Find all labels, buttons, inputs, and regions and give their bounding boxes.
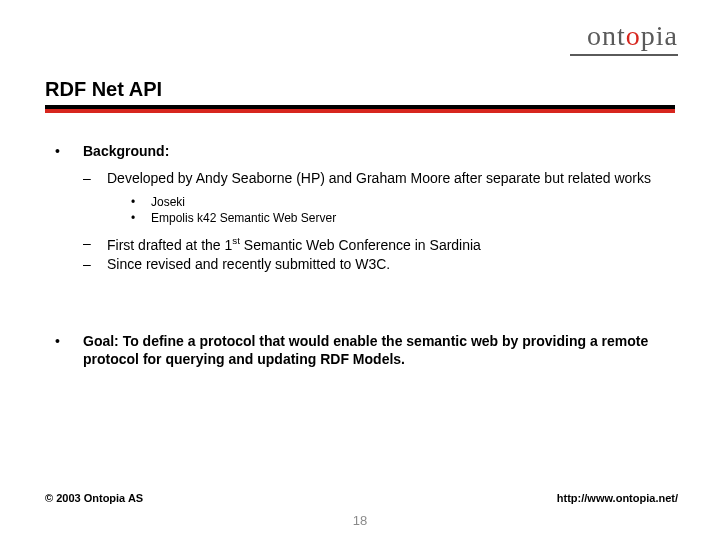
sub2-prefix: First drafted at the 1 xyxy=(107,237,232,253)
dot-bullet: • xyxy=(131,210,151,226)
bullet-dot: • xyxy=(55,332,83,370)
background-subsub-2: Empolis k42 Semantic Web Server xyxy=(151,210,336,226)
footer-url: http://www.ontopia.net/ xyxy=(557,492,678,504)
sub2-suffix: Semantic Web Conference in Sardinia xyxy=(240,237,481,253)
logo-part1: ont xyxy=(587,20,626,51)
logo-accent: o xyxy=(626,20,641,51)
logo: ontopia xyxy=(587,22,678,50)
slide-title: RDF Net API xyxy=(45,78,162,101)
logo-underline xyxy=(570,54,678,56)
page-number: 18 xyxy=(0,513,720,528)
logo-part2: pia xyxy=(641,20,678,51)
dash-bullet: – xyxy=(83,255,107,274)
dash-bullet: – xyxy=(83,234,107,255)
footer-copyright: © 2003 Ontopia AS xyxy=(45,492,143,504)
background-sub-1: Developed by Andy Seaborne (HP) and Grah… xyxy=(107,169,651,188)
background-sub-2: First drafted at the 1st Semantic Web Co… xyxy=(107,234,481,255)
dash-bullet: – xyxy=(83,169,107,188)
rule-red xyxy=(45,109,675,113)
slide-content: • Background: – Developed by Andy Seabor… xyxy=(55,142,675,369)
background-sub-3: Since revised and recently submitted to … xyxy=(107,255,390,274)
bullet-dot: • xyxy=(55,142,83,161)
background-label: Background: xyxy=(83,142,169,161)
background-subsub-1: Joseki xyxy=(151,194,185,210)
sub2-ordinal: st xyxy=(232,235,240,246)
dot-bullet: • xyxy=(131,194,151,210)
goal-text: Goal: To define a protocol that would en… xyxy=(83,332,675,370)
